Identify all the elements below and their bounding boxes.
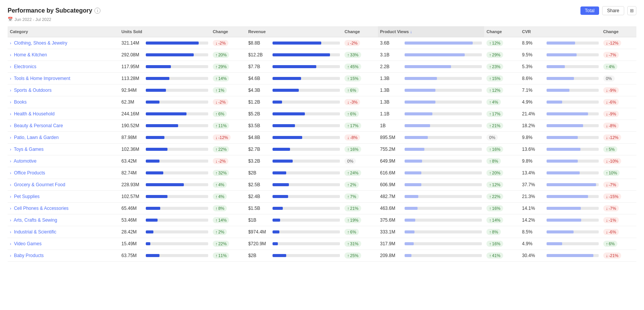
- cvr-bar-fill: [547, 171, 580, 174]
- col-change-revenue: Change: [342, 26, 378, 37]
- revenue-value: $7.7B: [248, 64, 271, 69]
- info-icon[interactable]: i: [94, 8, 100, 14]
- expand-button[interactable]: ›: [10, 242, 11, 246]
- revenue-cell: $974.4M: [246, 226, 342, 238]
- change-cvr-pill: -7%: [603, 182, 619, 188]
- pv-bar-fill: [405, 65, 451, 68]
- arrow-up-icon: [347, 218, 349, 222]
- pv-bar-bg: [405, 230, 482, 233]
- change-views-cell: 16%: [484, 144, 520, 155]
- units-value: 63.75M: [121, 253, 144, 258]
- category-link[interactable]: Electronics: [14, 64, 37, 69]
- expand-button[interactable]: ›: [10, 136, 11, 140]
- change-revenue-pill: 0%: [344, 158, 356, 164]
- expand-button[interactable]: ›: [10, 100, 11, 104]
- expand-button[interactable]: ›: [10, 195, 11, 199]
- category-cell: › Grocery & Gourmet Food: [8, 179, 119, 191]
- units-bar-cell: 82.74M: [121, 170, 208, 176]
- total-button[interactable]: Total: [580, 6, 599, 15]
- category-link[interactable]: Industrial & Scientific: [14, 229, 56, 235]
- arrow-up-icon: [489, 64, 491, 69]
- category-link[interactable]: Sports & Outdoors: [14, 88, 52, 93]
- units-value: 63.42M: [121, 158, 144, 164]
- category-link[interactable]: Office Products: [14, 170, 45, 176]
- category-link[interactable]: Home & Kitchen: [14, 52, 47, 58]
- arrow-down-icon: [606, 123, 608, 128]
- cvr-bar-fill: [547, 242, 562, 245]
- export-button[interactable]: ⊞: [627, 6, 636, 15]
- category-link[interactable]: Patio, Lawn & Garden: [14, 135, 59, 140]
- cvr-bar-cell: 8.9%: [522, 40, 599, 46]
- product-views-cell: 3.1B: [378, 49, 485, 61]
- change-revenue-cell: 21%: [342, 203, 378, 214]
- category-link[interactable]: Toys & Games: [14, 147, 43, 152]
- units-bar-cell: 113.28M: [121, 76, 208, 81]
- table-row: › Arts, Crafts & Sewing 53.46M 14% $1B 1: [8, 214, 636, 226]
- revenue-bar-fill: [273, 42, 321, 45]
- change-units-pill: -2%: [213, 40, 228, 46]
- category-link[interactable]: Automotive: [14, 158, 37, 164]
- category-link[interactable]: Beauty & Personal Care: [14, 123, 63, 128]
- units-sold-cell: 102.57M: [119, 191, 210, 203]
- units-bar-fill: [146, 124, 178, 127]
- change-cvr-cell: -15%: [601, 191, 636, 203]
- category-link[interactable]: Baby Products: [14, 253, 44, 258]
- expand-button[interactable]: ›: [10, 41, 11, 45]
- expand-button[interactable]: ›: [10, 88, 11, 93]
- cvr-bar-cell: 37.7%: [522, 182, 599, 187]
- share-button[interactable]: Share: [602, 6, 624, 15]
- expand-button[interactable]: ›: [10, 53, 11, 57]
- category-link[interactable]: Health & Household: [14, 111, 55, 117]
- cvr-value: 21.3%: [522, 194, 545, 199]
- pv-bar-bg: [405, 219, 482, 222]
- expand-button[interactable]: ›: [10, 183, 11, 187]
- expand-button[interactable]: ›: [10, 65, 11, 69]
- change-units-cell: -2%: [210, 37, 246, 49]
- change-revenue-pill: 15%: [344, 75, 361, 81]
- expand-button[interactable]: ›: [10, 124, 11, 128]
- change-views-pill: 0%: [486, 134, 498, 141]
- expand-button[interactable]: ›: [10, 147, 11, 152]
- expand-button[interactable]: ›: [10, 77, 11, 81]
- product-views-cell: 482.7M: [378, 191, 485, 203]
- category-link[interactable]: Clothing, Shoes & Jewelry: [14, 40, 67, 46]
- category-link[interactable]: Tools & Home Improvement: [14, 76, 70, 81]
- pv-value: 482.7M: [380, 194, 403, 199]
- expand-button[interactable]: ›: [10, 206, 11, 211]
- arrow-down-icon: [215, 159, 218, 163]
- col-product-views[interactable]: Product Views↓: [378, 26, 485, 37]
- units-sold-cell: 87.98M: [119, 132, 210, 144]
- pv-bar-cell: 482.7M: [380, 194, 482, 199]
- revenue-value: $8.8B: [248, 40, 271, 46]
- change-cvr-cell: -12%: [601, 132, 636, 144]
- change-views-cell: 20%: [484, 167, 520, 179]
- expand-button[interactable]: ›: [10, 171, 11, 175]
- arrow-up-icon: [489, 159, 491, 163]
- revenue-bar-cell: $2B: [248, 253, 340, 258]
- units-value: 102.36M: [121, 147, 144, 152]
- arrow-up-icon: [347, 194, 349, 199]
- revenue-bar-cell: $2B: [248, 170, 340, 176]
- category-link[interactable]: Video Games: [14, 241, 42, 246]
- revenue-bar-fill: [273, 112, 305, 115]
- expand-button[interactable]: ›: [10, 254, 11, 258]
- category-link[interactable]: Books: [14, 99, 27, 105]
- category-link[interactable]: Arts, Crafts & Sewing: [14, 217, 57, 223]
- expand-button[interactable]: ›: [10, 112, 11, 116]
- units-value: 15.49M: [121, 241, 144, 246]
- category-link[interactable]: Cell Phones & Accessories: [14, 206, 69, 211]
- pv-value: 606.9M: [380, 182, 403, 187]
- change-units-pill: 11%: [213, 123, 230, 129]
- change-revenue-cell: 0%: [342, 155, 378, 167]
- category-link[interactable]: Grocery & Gourmet Food: [14, 182, 65, 187]
- cvr-bar-fill: [547, 124, 583, 127]
- expand-button[interactable]: ›: [10, 218, 11, 222]
- change-views-cell: 21%: [484, 120, 520, 132]
- category-link[interactable]: Pet Supplies: [14, 194, 40, 199]
- revenue-value: $4.3B: [248, 88, 271, 93]
- change-revenue-pill: 6%: [344, 111, 359, 117]
- expand-button[interactable]: ›: [10, 159, 11, 163]
- arrow-down-icon: [606, 194, 608, 199]
- units-bar-fill: [146, 160, 159, 163]
- expand-button[interactable]: ›: [10, 230, 11, 234]
